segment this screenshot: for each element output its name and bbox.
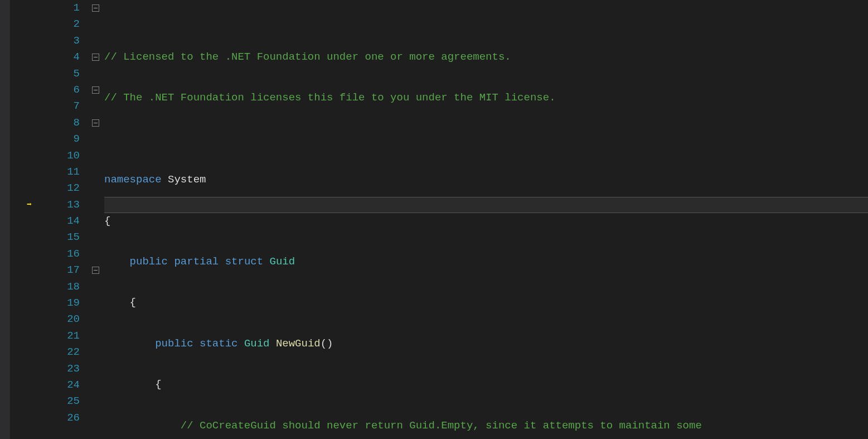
line-number: 12: [41, 180, 80, 196]
code-area[interactable]: // Licensed to the .NET Foundation under…: [104, 0, 868, 439]
line-number: 11: [41, 164, 80, 180]
type-name: Guid: [244, 337, 270, 350]
execution-pointer-icon: ➡: [27, 197, 32, 213]
line-number: 1: [41, 0, 80, 16]
code-line[interactable]: // The .NET Foundation licenses this fil…: [104, 90, 868, 106]
code-line[interactable]: [104, 131, 868, 147]
line-number: 6: [41, 82, 80, 98]
line-number: 7: [41, 98, 80, 114]
line-number: 24: [41, 377, 80, 393]
line-number: 26: [41, 410, 80, 426]
line-number: 18: [41, 279, 80, 295]
fold-toggle-icon[interactable]: [92, 4, 99, 12]
left-strip: [0, 0, 10, 439]
fold-toggle-icon[interactable]: [92, 54, 99, 61]
line-number: 13: [41, 197, 80, 213]
comment-text: // The .NET Foundation licenses this fil…: [104, 91, 556, 104]
line-number: 20: [41, 311, 80, 327]
line-number: 23: [41, 361, 80, 377]
fold-toggle-icon[interactable]: [92, 86, 99, 94]
line-number: 17: [41, 262, 80, 278]
code-line[interactable]: {: [104, 213, 868, 229]
keyword: static: [200, 337, 237, 350]
code-line[interactable]: {: [104, 377, 868, 393]
method-name: NewGuid: [276, 337, 321, 350]
fold-toggle-icon[interactable]: [92, 267, 99, 274]
line-number: 19: [41, 295, 80, 311]
line-number-gutter: 1 2 3 4 5 6 7 8 9 10 11 12 13 14 15 16 1…: [41, 0, 91, 439]
line-number: 25: [41, 393, 80, 409]
fold-column: [91, 0, 104, 439]
line-number: 16: [41, 246, 80, 262]
code-line[interactable]: public partial struct Guid: [104, 254, 868, 270]
line-number: 14: [41, 213, 80, 229]
identifier: System: [168, 173, 206, 186]
fold-toggle-icon[interactable]: [92, 119, 99, 127]
comment-text: // Licensed to the .NET Foundation under…: [104, 51, 511, 63]
code-line[interactable]: // Licensed to the .NET Foundation under…: [104, 49, 868, 65]
line-number: 21: [41, 328, 80, 344]
line-number: 10: [41, 148, 80, 164]
line-number: 22: [41, 344, 80, 360]
line-number: 15: [41, 229, 80, 245]
brace: {: [104, 215, 110, 227]
line-number: 8: [41, 115, 80, 131]
code-line[interactable]: public static Guid NewGuid(): [104, 336, 868, 352]
keyword: namespace: [104, 173, 162, 186]
code-editor[interactable]: ➡ 1 2 3 4 5 6 7 8 9 10 11 12 13 14 15 16…: [0, 0, 868, 439]
comment-text: // CoCreateGuid should never return Guid…: [181, 419, 702, 432]
current-line-highlight: [104, 197, 868, 213]
brace: {: [130, 296, 136, 308]
keyword: public: [155, 337, 193, 350]
line-number: 5: [41, 66, 80, 82]
line-number: 2: [41, 16, 80, 32]
keyword: struct: [225, 255, 263, 268]
code-line[interactable]: // CoCreateGuid should never return Guid…: [104, 418, 868, 434]
line-number: 3: [41, 33, 80, 49]
line-number: 4: [41, 49, 80, 65]
line-number: 9: [41, 131, 80, 147]
punct: (): [321, 337, 333, 350]
brace: {: [155, 378, 161, 390]
type-name: Guid: [270, 255, 295, 268]
keyword: partial: [174, 255, 219, 268]
code-line[interactable]: namespace System: [104, 172, 868, 188]
glyph-margin: ➡: [10, 0, 41, 439]
keyword: public: [130, 255, 168, 268]
code-line[interactable]: {: [104, 295, 868, 311]
